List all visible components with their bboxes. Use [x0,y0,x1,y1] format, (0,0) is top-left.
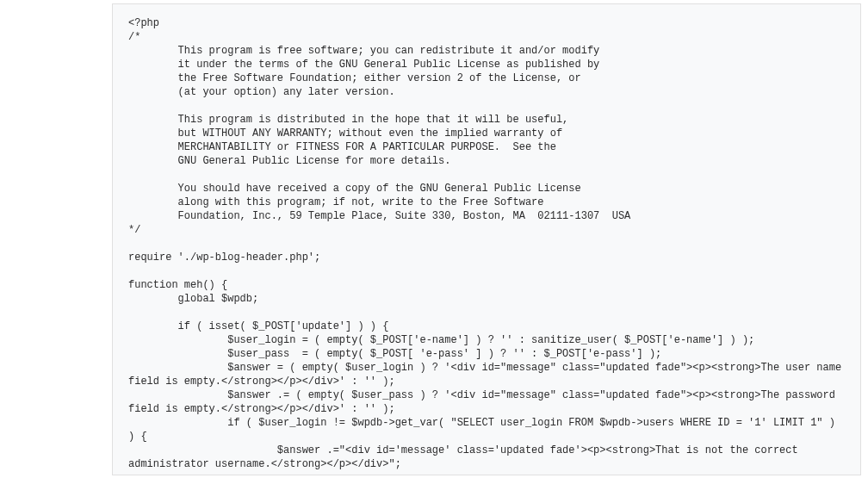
php-code-block: <?php /* This program is free software; … [128,16,845,471]
code-container: <?php /* This program is free software; … [112,3,861,475]
